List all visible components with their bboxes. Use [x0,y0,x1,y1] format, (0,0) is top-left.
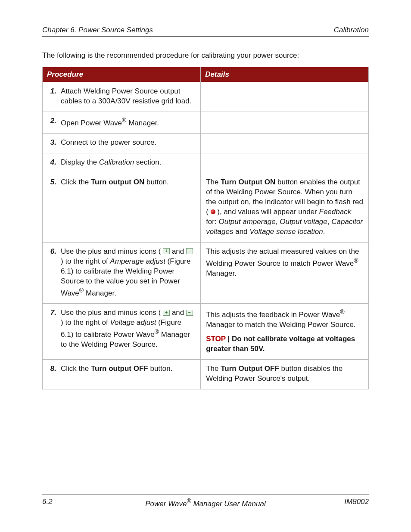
details-empty [201,153,369,173]
details-empty [201,134,369,153]
col-header-procedure: Procedure [43,67,201,82]
red-indicator-icon [211,209,215,214]
plus-icon: + [163,248,170,254]
step-number: 2. [48,116,56,128]
details-7: This adjusts the feedback in Power Wave®… [201,304,369,359]
running-header: Chapter 6. Power Source Settings Calibra… [42,26,369,37]
step-5: 5. Click the Turn output ON button. [48,177,195,187]
step-8: 8. Click the Turn output OFF button. [48,364,195,374]
table-row: 7. Use the plus and minus icons ( + and … [43,304,369,359]
step-2: 2. Open Power Wave® Manager. [48,116,195,128]
step-1: 1. Attach Welding Power Source output ca… [48,87,195,106]
step-3: 3. Connect to the power source. [48,138,195,148]
col-header-details: Details [201,67,369,82]
step-text: Click the Turn output ON button. [61,177,195,187]
step-7: 7. Use the plus and minus icons ( + and … [48,308,195,349]
table-row: 6. Use the plus and minus icons ( + and … [43,242,369,303]
step-text: Use the plus and minus icons ( + and − )… [61,308,195,349]
step-number: 6. [48,247,56,298]
header-right: Calibration [334,26,369,34]
details-6: This adjusts the actual measured values … [201,242,369,303]
intro-paragraph: The following is the recommended procedu… [42,51,369,60]
step-text: Click the Turn output OFF button. [61,364,195,374]
footer-page-number: 6.2 [42,498,53,506]
step-number: 1. [48,87,56,106]
step-6: 6. Use the plus and minus icons ( + and … [48,247,195,298]
table-row: 5. Click the Turn output ON button. The … [43,173,369,243]
step-text: Display the Calibration section. [61,158,195,168]
details-empty [201,112,369,134]
procedure-table: Procedure Details 1. Attach Welding Powe… [42,67,369,389]
details-8: The Turn Output OFF button disables the … [201,359,369,389]
step-number: 8. [48,364,56,374]
footer-doc-id: IM8002 [344,498,369,506]
step-number: 7. [48,308,56,349]
table-row: 8. Click the Turn output OFF button. The… [43,359,369,389]
stop-label: STOP [206,335,226,343]
plus-icon: + [163,310,170,316]
step-text: Connect to the power source. [61,138,195,148]
details-empty [201,82,369,112]
minus-icon: − [186,310,193,316]
step-number: 3. [48,138,56,148]
running-footer: 6.2 Power Wave® Manager User Manual IM80… [42,495,369,506]
table-row: 3. Connect to the power source. [43,134,369,153]
table-header-row: Procedure Details [43,67,369,82]
table-row: 4. Display the Calibration section. [43,153,369,173]
footer-title: Power Wave® Manager User Manual [42,498,369,508]
step-number: 4. [48,158,56,168]
step-text: Use the plus and minus icons ( + and − )… [61,247,195,298]
table-row: 1. Attach Welding Power Source output ca… [43,82,369,112]
step-4: 4. Display the Calibration section. [48,158,195,168]
step-text: Attach Welding Power Source output cable… [61,87,195,106]
table-row: 2. Open Power Wave® Manager. [43,112,369,134]
step-number: 5. [48,177,56,187]
minus-icon: − [186,248,193,254]
details-5: The Turn Output ON button enables the ou… [201,173,369,243]
header-left: Chapter 6. Power Source Settings [42,26,153,34]
step-text: Open Power Wave® Manager. [61,116,195,128]
